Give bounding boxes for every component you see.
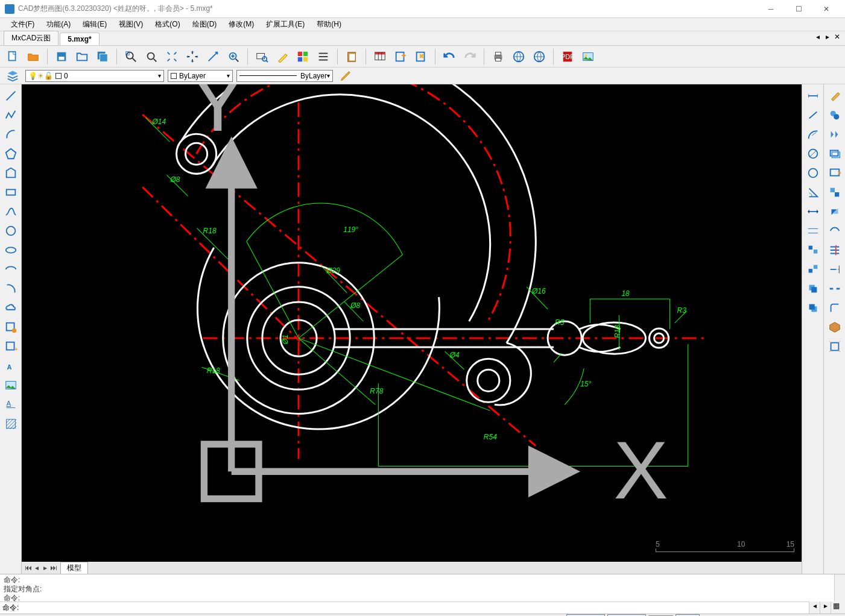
- color-palette-button[interactable]: [294, 48, 312, 66]
- tab-nav-next[interactable]: ▸: [823, 33, 832, 41]
- hatch-button[interactable]: [2, 415, 20, 433]
- dim-diameter-button[interactable]: [804, 145, 822, 163]
- explode-button[interactable]: [826, 338, 844, 356]
- menu-edit[interactable]: 编辑(E): [77, 18, 113, 31]
- open-button[interactable]: [24, 48, 42, 66]
- cmd-scroll-horz[interactable]: ◂▸▦: [809, 602, 845, 614]
- fillet-button[interactable]: [826, 299, 844, 317]
- circle-button[interactable]: [2, 222, 20, 240]
- spline-button[interactable]: [2, 203, 20, 221]
- menu-modify[interactable]: 修改(M): [223, 18, 260, 31]
- dim-linear-button[interactable]: [804, 87, 822, 105]
- image-attach-button[interactable]: [2, 376, 20, 394]
- export-button[interactable]: [391, 48, 410, 66]
- drawing-canvas[interactable]: Ø14 Ø8 R18 119° Ø29 Ø8 Ø4 Ø16 R5 18 R18 …: [22, 84, 802, 562]
- image-button[interactable]: [579, 48, 597, 66]
- dim-continue-button[interactable]: [804, 222, 822, 240]
- linetype-dropdown[interactable]: ByLayer ▾: [236, 70, 333, 82]
- zoom-dynamic-button[interactable]: [142, 48, 160, 66]
- send-back-button[interactable]: [804, 299, 822, 317]
- move-button[interactable]: [826, 183, 844, 201]
- find-button[interactable]: [253, 48, 271, 66]
- pencil-button[interactable]: [337, 67, 355, 85]
- menu-function[interactable]: 功能(A): [40, 18, 77, 31]
- revcloud-button[interactable]: [2, 299, 20, 317]
- layer-manager-button[interactable]: [4, 67, 22, 85]
- menu-file[interactable]: 文件(F): [5, 18, 40, 31]
- dim-aligned-button[interactable]: [804, 106, 822, 124]
- sheet-model[interactable]: 模型: [60, 562, 88, 574]
- web-a-button[interactable]: [510, 48, 528, 66]
- save-all-button[interactable]: [93, 48, 112, 66]
- align-bottom-button[interactable]: [804, 260, 822, 278]
- align-top-button[interactable]: [804, 241, 822, 259]
- list-button[interactable]: [314, 48, 332, 66]
- copy-button[interactable]: [826, 106, 844, 124]
- scale-button[interactable]: [826, 222, 844, 240]
- menu-help[interactable]: 帮助(H): [311, 18, 347, 31]
- polyline-button[interactable]: [2, 106, 20, 124]
- text-style-button[interactable]: A: [2, 395, 20, 413]
- print-button[interactable]: [489, 48, 507, 66]
- sheet-prev[interactable]: ◂: [33, 564, 41, 572]
- block-insert-button[interactable]: [2, 318, 20, 336]
- maximize-button[interactable]: ☐: [785, 0, 812, 18]
- highlight-button[interactable]: [273, 48, 291, 66]
- save-button[interactable]: [52, 48, 71, 66]
- layer-dropdown[interactable]: 💡 ☀ 🔓 0 ▾: [25, 70, 164, 82]
- dim-radius-button[interactable]: [804, 125, 822, 143]
- undo-button[interactable]: [440, 48, 458, 66]
- dim-horizontal-button[interactable]: [804, 203, 822, 221]
- open-folder-button[interactable]: [73, 48, 91, 66]
- ellipse-button[interactable]: [2, 241, 20, 259]
- minimize-button[interactable]: ─: [757, 0, 785, 18]
- block-create-button[interactable]: +: [2, 338, 20, 356]
- command-input[interactable]: [21, 603, 845, 614]
- sheet-first[interactable]: ⏮: [24, 564, 33, 572]
- close-button[interactable]: ✕: [812, 0, 840, 18]
- array-button[interactable]: [826, 164, 844, 182]
- dim-arc-button[interactable]: [804, 164, 822, 182]
- web-b-button[interactable]: [530, 48, 548, 66]
- tab-file[interactable]: 5.mxg*: [60, 33, 99, 45]
- ellipse-arc-button[interactable]: [2, 260, 20, 278]
- tab-nav-prev[interactable]: ◂: [814, 33, 822, 41]
- pan-button[interactable]: [183, 48, 201, 66]
- erase-button[interactable]: [826, 87, 844, 105]
- polygon-button[interactable]: [2, 145, 20, 163]
- clean-button[interactable]: [412, 48, 430, 66]
- tab-cloud[interactable]: MxCAD云图: [4, 31, 59, 45]
- offset-button[interactable]: [826, 145, 844, 163]
- zoom-extents-button[interactable]: [163, 48, 181, 66]
- rotate-button[interactable]: [826, 203, 844, 221]
- zoom-realtime-button[interactable]: [224, 48, 242, 66]
- bring-front-button[interactable]: [804, 280, 822, 298]
- break-button[interactable]: [826, 280, 844, 298]
- sheet-last[interactable]: ⏭: [49, 564, 58, 572]
- extend-button[interactable]: [826, 260, 844, 278]
- menu-view[interactable]: 视图(V): [113, 18, 149, 31]
- new-button[interactable]: [4, 48, 22, 66]
- rotate-view-button[interactable]: [204, 48, 222, 66]
- chamfer-button[interactable]: [826, 318, 844, 336]
- text-button[interactable]: A: [2, 357, 20, 375]
- menu-format[interactable]: 格式(O): [149, 18, 186, 31]
- rectangle-button[interactable]: [2, 183, 20, 201]
- arc2-button[interactable]: [2, 280, 20, 298]
- paste-button[interactable]: [343, 48, 361, 66]
- pdf-button[interactable]: PDF: [559, 48, 577, 66]
- color-dropdown[interactable]: ByLayer ▾: [168, 70, 233, 82]
- cmd-scroll-vert[interactable]: [834, 574, 845, 602]
- redo-button[interactable]: [461, 48, 479, 66]
- arc-button[interactable]: [2, 125, 20, 143]
- zoom-window-button[interactable]: [122, 48, 140, 66]
- pentagon-button[interactable]: [2, 164, 20, 182]
- sheet-next[interactable]: ▸: [41, 564, 49, 572]
- line-button[interactable]: [2, 87, 20, 105]
- table-button[interactable]: [371, 48, 389, 66]
- tab-close[interactable]: ✕: [833, 33, 841, 41]
- menu-ext-tools[interactable]: 扩展工具(E): [260, 18, 311, 31]
- mirror-button[interactable]: [826, 125, 844, 143]
- trim-button[interactable]: [826, 241, 844, 259]
- menu-draw[interactable]: 绘图(D): [186, 18, 223, 31]
